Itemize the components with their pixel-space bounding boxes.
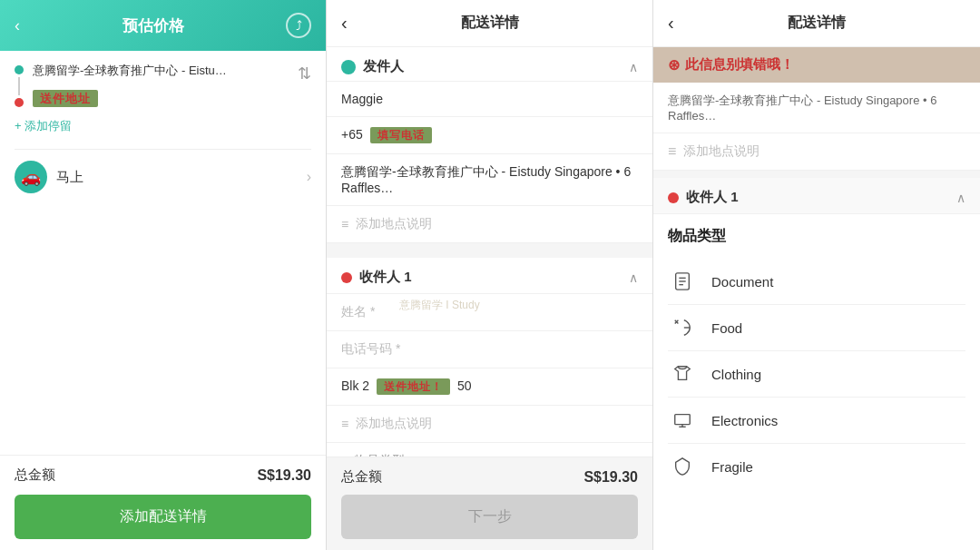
recipient-collapse-icon[interactable]: ∧ bbox=[629, 270, 638, 285]
sender-dot-icon bbox=[341, 60, 356, 74]
svg-rect-4 bbox=[675, 415, 691, 425]
panel1-total-row: 总金额 S$19.30 bbox=[15, 467, 311, 484]
panel1-total-label: 总金额 bbox=[15, 467, 55, 484]
panel2-total-price: S$19.30 bbox=[583, 469, 638, 486]
recipient-section: 收件人 1 ∧ 姓名 * 意腾留学 I Study 电话号码 * Blk 2 送… bbox=[327, 258, 652, 457]
panel2-back-button[interactable]: ‹ bbox=[341, 13, 348, 34]
menu-icon: ≡ bbox=[341, 217, 348, 231]
sender-collapse-icon[interactable]: ∧ bbox=[629, 60, 638, 74]
recipient-location-note-row[interactable]: ≡ 添加地点说明 bbox=[327, 406, 652, 443]
item-type-row[interactable]: ≡ 物品类型 › bbox=[327, 443, 652, 457]
addr-redacted-bar: 送件地址！ bbox=[377, 378, 450, 395]
fragile-icon bbox=[668, 457, 697, 476]
electronics-label: Electronics bbox=[711, 413, 778, 428]
panel1-title: 预估价格 bbox=[122, 15, 184, 36]
addr-suffix: 50 bbox=[457, 378, 472, 393]
sender-add-note-label: 添加地点说明 bbox=[356, 216, 432, 232]
time-label: 马上 bbox=[56, 169, 83, 186]
recipient-address-field[interactable]: Blk 2 送件地址！ 50 bbox=[327, 368, 652, 406]
fragile-label: Fragile bbox=[711, 459, 753, 475]
add-stop-button[interactable]: + 添加停留 bbox=[15, 118, 311, 134]
sender-name-field: Maggie bbox=[327, 82, 652, 117]
item-type-list: Document Food bbox=[668, 259, 965, 489]
item-type-section-title: 物品类型 bbox=[668, 227, 965, 246]
sender-section-title: 发件人 bbox=[363, 58, 622, 75]
add-delivery-button[interactable]: 添加配送详情 bbox=[15, 495, 311, 539]
panel2-header: ‹ 配送详情 bbox=[327, 0, 652, 47]
recipient-phone-field[interactable]: 电话号码 * bbox=[327, 331, 652, 368]
item-type-clothing[interactable]: Clothing bbox=[668, 351, 965, 398]
panel3-scroll-area: ⊛ 此信息别填错哦！ 意腾留学-全球教育推广中心 - Eistudy Singa… bbox=[653, 47, 980, 550]
section-divider-1 bbox=[327, 250, 652, 258]
document-label: Document bbox=[711, 274, 773, 290]
recipient-name-field[interactable]: 姓名 * bbox=[327, 294, 652, 331]
panel3-title: 配送详情 bbox=[788, 14, 846, 33]
clothing-label: Clothing bbox=[711, 367, 761, 382]
phone-redacted-bar: 填写电话 bbox=[370, 127, 432, 143]
time-left: 🚗 马上 bbox=[15, 161, 83, 193]
panel2-total-label: 总金额 bbox=[341, 468, 382, 486]
time-row[interactable]: 🚗 马上 › bbox=[15, 149, 311, 204]
panel1-body: 意腾留学-全球教育推广中心 - Eistu… 送件地址 ⇅ + 添加停留 🚗 马… bbox=[0, 51, 326, 455]
route-labels: 意腾留学-全球教育推广中心 - Eistu… 送件地址 bbox=[33, 64, 290, 107]
destination-label[interactable]: 送件地址 bbox=[33, 92, 290, 107]
origin-label[interactable]: 意腾留学-全球教育推广中心 - Eistu… bbox=[33, 64, 290, 79]
food-icon bbox=[668, 318, 697, 338]
menu-icon-2: ≡ bbox=[341, 417, 348, 431]
recipient-name-placeholder: 姓名 * bbox=[341, 304, 375, 319]
recipient-add-note-label: 添加地点说明 bbox=[356, 416, 432, 432]
phone-prefix: +65 bbox=[341, 127, 363, 142]
p3-address-field: 意腾留学-全球教育推广中心 - Eistudy Singapore • 6 Ra… bbox=[653, 83, 980, 133]
item-type-food[interactable]: Food bbox=[668, 305, 965, 351]
panel-delivery-form: ‹ 配送详情 发件人 ∧ Maggie +65 填写电话 意腾留学-全球教育推广… bbox=[327, 0, 653, 550]
p3-add-note-label: 添加地点说明 bbox=[683, 143, 760, 160]
alert-banner: ⊛ 此信息别填错哦！ bbox=[653, 47, 980, 83]
vehicle-avatar: 🚗 bbox=[15, 161, 47, 193]
panel1-back-button[interactable]: ‹ bbox=[15, 16, 20, 35]
item-type-section: 物品类型 Document bbox=[653, 214, 980, 502]
origin-dot bbox=[15, 65, 24, 74]
addr-prefix: Blk 2 bbox=[341, 378, 369, 393]
panel3-header: ‹ 配送详情 bbox=[653, 0, 980, 47]
panel1-total-price: S$19.30 bbox=[257, 467, 311, 484]
item-type-fragile[interactable]: Fragile bbox=[668, 444, 965, 489]
panel2-footer: 总金额 S$19.30 下一步 bbox=[327, 457, 652, 550]
p3-recipient-collapse-icon[interactable]: ∧ bbox=[956, 191, 965, 205]
sender-address-field: 意腾留学-全球教育推广中心 - Eistudy Singapore • 6 Ra… bbox=[327, 154, 652, 206]
p3-menu-icon: ≡ bbox=[668, 143, 676, 160]
recipient-dot-icon bbox=[341, 272, 352, 283]
panel1-header: ‹ 预估价格 ⤴ bbox=[0, 0, 326, 51]
p3-recipient-title: 收件人 1 bbox=[686, 189, 949, 206]
panel3-back-button[interactable]: ‹ bbox=[668, 13, 674, 34]
alert-icon: ⊛ bbox=[668, 56, 680, 74]
sender-phone-field[interactable]: +65 填写电话 bbox=[327, 117, 652, 154]
electronics-icon bbox=[668, 410, 697, 430]
p3-section-divider bbox=[653, 171, 980, 178]
food-label: Food bbox=[711, 320, 742, 336]
sort-icon[interactable]: ⇅ bbox=[298, 64, 311, 107]
recipient-section-header: 收件人 1 ∧ bbox=[327, 258, 652, 294]
sender-location-note-row[interactable]: ≡ 添加地点说明 bbox=[327, 206, 652, 243]
item-type-electronics[interactable]: Electronics bbox=[668, 398, 965, 444]
route-icons bbox=[15, 64, 24, 107]
p3-recipient-header: 收件人 1 ∧ bbox=[653, 178, 980, 214]
route-container: 意腾留学-全球教育推广中心 - Eistu… 送件地址 ⇅ bbox=[15, 64, 311, 107]
share-button[interactable]: ⤴ bbox=[286, 13, 311, 38]
p3-location-note-row[interactable]: ≡ 添加地点说明 bbox=[653, 133, 980, 171]
alert-text: ⊛ 此信息别填错哦！ bbox=[668, 56, 965, 74]
route-line bbox=[18, 77, 20, 95]
panel-item-type: ‹ 配送详情 ⊛ 此信息别填错哦！ 意腾留学-全球教育推广中心 - Eistud… bbox=[653, 0, 980, 550]
item-type-document[interactable]: Document bbox=[668, 259, 965, 305]
panel2-title: 配送详情 bbox=[461, 14, 519, 33]
document-icon bbox=[668, 271, 697, 291]
destination-redacted-bar: 送件地址 bbox=[33, 90, 98, 107]
alert-message: 此信息别填错哦！ bbox=[685, 56, 794, 74]
next-step-button[interactable]: 下一步 bbox=[341, 495, 638, 539]
vehicle-icon: 🚗 bbox=[21, 167, 41, 187]
recipient-section-title: 收件人 1 bbox=[359, 269, 622, 286]
panel2-body: 发件人 ∧ Maggie +65 填写电话 意腾留学-全球教育推广中心 - Ei… bbox=[327, 47, 652, 457]
clothing-icon bbox=[668, 364, 697, 384]
panel2-total-row: 总金额 S$19.30 bbox=[341, 468, 638, 486]
sender-section-header: 发件人 ∧ bbox=[327, 47, 652, 82]
p3-recipient-dot-icon bbox=[668, 192, 679, 203]
